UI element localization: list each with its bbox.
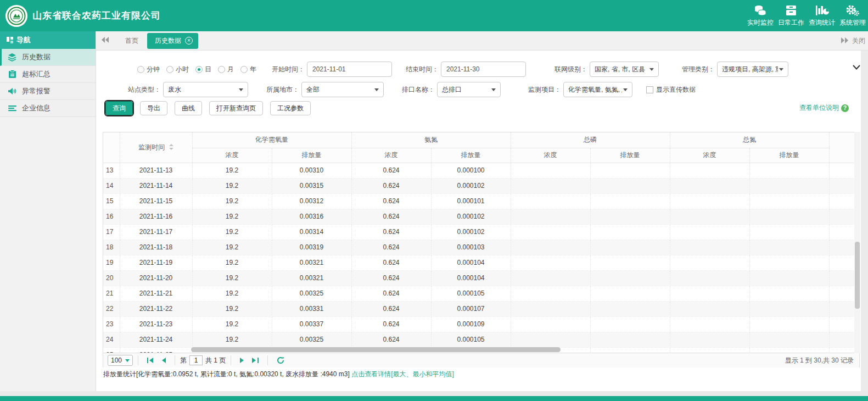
row-number-cell: 24 — [103, 332, 120, 347]
query-button[interactable]: 查询 — [105, 101, 133, 115]
table-row[interactable]: 162021-11-1619.20.003160.6240.000102 — [103, 209, 859, 224]
prev-page-button[interactable] — [161, 358, 166, 363]
nav-label: 日常工作 — [778, 18, 804, 27]
table-row[interactable]: 212021-11-2119.20.003250.6240.000105 — [103, 286, 859, 301]
tabs-scroll-right-icon[interactable] — [841, 37, 848, 45]
table-row[interactable]: 242021-11-2419.20.003250.6240.000105 — [103, 332, 859, 347]
sidebar-item-enterprise-info[interactable]: 企业信息 — [0, 100, 96, 117]
nav-system-admin[interactable]: 系统管理 — [837, 2, 868, 30]
table-row[interactable]: 222021-11-2219.20.003310.6240.000107 — [103, 301, 859, 316]
table-row[interactable]: 152021-11-1519.20.003120.6240.000101 — [103, 193, 859, 209]
outlet-label: 排口名称： — [402, 85, 435, 94]
direct-data-checkbox[interactable]: 显示直传数据 — [646, 85, 696, 94]
value-cell — [670, 332, 749, 347]
table-row[interactable]: 182021-11-1819.20.003190.6240.000103 — [103, 240, 859, 255]
group-header-cod: 化学需氧量 — [192, 132, 351, 148]
nav-query-stats[interactable]: 查询统计 — [807, 2, 837, 30]
table-row[interactable]: 202021-11-2019.20.003210.6240.000104 — [103, 270, 859, 286]
value-cell — [670, 224, 749, 240]
tab-home-label: 首页 — [125, 36, 138, 46]
table-row[interactable]: 192021-11-1919.20.003210.6240.000104 — [103, 255, 859, 270]
next-page-button[interactable] — [240, 358, 244, 363]
monitor-time-cell: 2021-11-15 — [120, 193, 192, 209]
pager-separator — [267, 355, 268, 365]
tab-close-menu[interactable]: 关闭 — [852, 31, 865, 51]
horizontal-scrollbar-thumb[interactable] — [191, 347, 561, 352]
emission-stats-text: 排放量统计[化学需氧量:0.0952 t, 累计流量:0 t, 氨氮:0.003… — [103, 370, 351, 378]
radio-icon — [137, 66, 144, 73]
app-header: 山东省联合农药工业有限公司 实时监控 日常工作 — [0, 0, 868, 31]
table-row[interactable]: 232021-11-2319.20.003370.6240.000109 — [103, 316, 859, 332]
sub-header-emission: 排放量 — [749, 148, 829, 163]
value-cell — [590, 270, 670, 286]
value-cell: 0.624 — [351, 255, 431, 270]
radio-label: 小时 — [176, 65, 189, 74]
manage-type-value: 违规项目, 高架源, 重点排 — [722, 65, 778, 74]
value-cell — [511, 209, 590, 224]
table-row[interactable]: 172021-11-1719.20.003140.6240.000102 — [103, 224, 859, 240]
row-number-cell: 14 — [103, 178, 120, 193]
manage-type-select[interactable]: 违规项目, 高架源, 重点排 — [717, 62, 788, 77]
value-cell: 0.000104 — [431, 270, 511, 286]
city-select[interactable]: 全部 — [301, 82, 384, 97]
radio-hour[interactable]: 小时 — [166, 65, 189, 74]
start-time-input[interactable] — [307, 62, 392, 77]
filters-collapse-icon[interactable] — [853, 64, 860, 71]
radio-year[interactable]: 年 — [240, 65, 256, 74]
tab-close-icon[interactable]: × — [185, 37, 193, 44]
radio-month[interactable]: 月 — [218, 65, 234, 74]
curve-button[interactable]: 曲线 — [175, 101, 202, 115]
time-column-header[interactable]: 监测时间 — [120, 132, 192, 163]
radio-minute[interactable]: 分钟 — [137, 65, 160, 74]
filter-row-2: 站点类型： 废水 所属地市： 全部 排口名称： 总排口 监测项目： 化学需氧量,… — [128, 81, 696, 98]
page-size-select[interactable]: 100 — [108, 355, 133, 366]
new-query-page-button[interactable]: 打开新查询页 — [209, 101, 263, 115]
value-cell — [590, 332, 670, 347]
table-header: 监测时间 化学需氧量 氨氮 总磷 总氮 浓度 排放量 — [103, 132, 859, 163]
sidebar-item-abnormal-alarm[interactable]: 异常报警 — [0, 83, 96, 100]
app-footer-bar — [0, 396, 868, 401]
tab-history-data[interactable]: 历史数据 × — [147, 33, 198, 49]
sidebar-item-label: 历史数据 — [22, 52, 51, 62]
radio-day[interactable]: 日 — [195, 65, 211, 74]
start-time-label: 开始时间： — [272, 65, 305, 74]
chart-stats-icon — [815, 4, 829, 16]
monitor-item-select[interactable]: 化学需氧量, 氨氮, 总磷, 总 — [563, 82, 632, 97]
nav-daily-work[interactable]: 日常工作 — [776, 2, 807, 30]
outlet-select[interactable]: 总排口 — [437, 82, 501, 97]
right-gutter — [861, 51, 868, 391]
sidebar-item-history-data[interactable]: 历史数据 — [0, 49, 96, 66]
page-number-input[interactable] — [189, 355, 203, 365]
grid-icon — [7, 37, 13, 43]
value-cell: 0.624 — [351, 178, 431, 193]
vertical-scrollbar-thumb[interactable] — [855, 242, 860, 309]
tab-home[interactable]: 首页 — [116, 31, 147, 51]
site-type-select[interactable]: 废水 — [163, 82, 248, 97]
value-cell: 0.00315 — [272, 178, 351, 193]
table-row[interactable]: 132021-11-1319.20.003100.6240.000100 — [103, 163, 859, 178]
value-cell: 0.00331 — [272, 301, 351, 316]
tabs-scroll-left-icon[interactable] — [102, 37, 109, 44]
end-time-input[interactable] — [441, 62, 526, 77]
monitor-time-cell: 2021-11-13 — [120, 163, 192, 178]
last-page-button[interactable] — [252, 358, 259, 363]
monitor-time-cell: 2021-11-21 — [120, 286, 192, 301]
sidebar-item-over-limit-summary[interactable]: 超标汇总 — [0, 66, 96, 83]
value-cell: 0.00321 — [272, 255, 351, 270]
stats-detail-link[interactable]: 点击查看详情[最大、最小和平均值] — [351, 370, 454, 378]
value-cell: 19.2 — [192, 240, 272, 255]
monitor-time-cell: 2021-11-20 — [120, 270, 192, 286]
table-row[interactable]: 142021-11-1419.20.003150.6240.000102 — [103, 178, 859, 193]
value-cell: 0.624 — [351, 224, 431, 240]
value-cell — [511, 178, 590, 193]
unit-help-link[interactable]: 查看单位说明 ? — [799, 103, 849, 113]
export-button[interactable]: 导出 — [140, 101, 167, 115]
nav-realtime-monitor[interactable]: 实时监控 — [745, 2, 776, 30]
first-page-button[interactable] — [147, 358, 154, 363]
refresh-button[interactable] — [277, 357, 284, 364]
value-cell: 19.2 — [192, 316, 272, 332]
row-number-cell: 21 — [103, 286, 120, 301]
network-level-select[interactable]: 国家, 省, 市, 区县 — [590, 62, 659, 77]
condition-params-button[interactable]: 工况参数 — [270, 101, 311, 115]
value-cell: 19.2 — [192, 193, 272, 209]
